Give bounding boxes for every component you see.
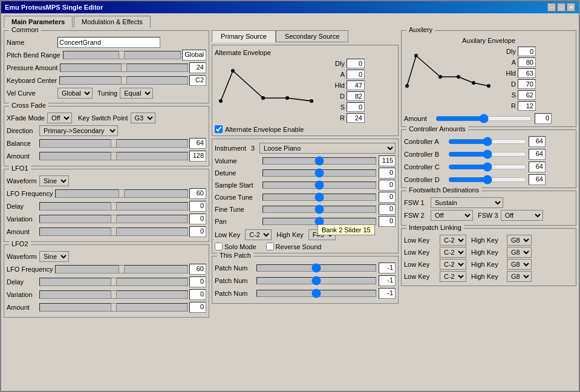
amount-slider[interactable] — [39, 152, 188, 160]
lfo2-waveform-select[interactable]: Sine — [39, 251, 69, 262]
pressure-value: 24 — [189, 62, 206, 73]
solo-mode-label: Solo Mode — [215, 243, 256, 250]
lfo1-waveform-select[interactable]: Sine — [39, 175, 69, 186]
tuning-select[interactable]: Equal — [120, 88, 153, 99]
ip-low-select-0[interactable]: C-2 — [440, 235, 466, 246]
fine-tune-slider[interactable] — [262, 206, 376, 213]
minimize-button[interactable]: ─ — [547, 3, 556, 11]
xfade-select[interactable]: Off — [47, 113, 72, 123]
name-label: Name — [7, 39, 55, 46]
cross-fade-group: Cross Fade XFade Mode Off Key Switch Poi… — [4, 106, 209, 166]
ip-low-select-3[interactable]: C-2 — [440, 271, 466, 282]
ip-high-select-0[interactable]: G8 — [507, 235, 532, 246]
sample-start-slider[interactable] — [262, 181, 376, 189]
aux-s-row: S 62 — [503, 90, 536, 100]
detune-row: Detune 0 — [215, 168, 396, 178]
instrument-label: Instrument — [215, 145, 246, 152]
aux-amount-row: Amount 0 — [404, 113, 573, 124]
tab-secondary-source[interactable]: Secondary Source — [276, 30, 349, 42]
lfo1-delay-slider-group: 0 — [39, 201, 206, 212]
envelope-svg — [215, 59, 327, 107]
ip-high-select-3[interactable]: G8 — [507, 271, 532, 282]
detune-slider[interactable] — [262, 169, 376, 177]
reverse-sound-checkbox[interactable] — [266, 243, 274, 250]
patch3-slider[interactable] — [256, 290, 376, 297]
middle-panel: Primary Source Secondary Source Alternat… — [212, 30, 399, 388]
pitch-bend-slider[interactable] — [63, 51, 181, 59]
env-dly-label: Dly — [331, 60, 345, 67]
this-patch-title: This Patch — [217, 252, 253, 259]
ctrl-b-slider[interactable] — [448, 151, 527, 158]
envelope-content: Dly 0 A 0 Hld 47 — [215, 59, 396, 123]
lfo2-delay-slider-group: 0 — [39, 276, 206, 287]
ip-high-select-2[interactable]: G8 — [507, 259, 532, 270]
balance-label: Balance — [7, 140, 37, 147]
patch1-slider[interactable] — [256, 264, 376, 272]
pitch-bend-label: Pitch Bend Range — [7, 51, 60, 59]
keyboard-slider[interactable] — [59, 76, 188, 85]
lfo2-amount-slider[interactable] — [39, 303, 188, 312]
lfo1-variation-value: 0 — [189, 214, 206, 224]
xfade-label: XFade Mode — [7, 114, 45, 122]
course-tune-slider[interactable] — [262, 194, 376, 201]
ctrl-a-value: 64 — [529, 136, 546, 147]
left-panel: Common Name Pitch Bend Range Global Pres… — [4, 30, 209, 388]
alt-env-enable-checkbox[interactable] — [215, 125, 223, 133]
interpatch-group: Interpatch Linking Low Key C-2 High Key … — [401, 228, 576, 286]
instrument-select[interactable]: Loose Piano — [259, 143, 396, 154]
ctrl-a-slider[interactable] — [448, 138, 527, 145]
close-button[interactable]: ✕ — [567, 3, 575, 11]
amount-slider-group: 128 — [39, 151, 206, 162]
tab-primary-source[interactable]: Primary Source — [212, 30, 276, 42]
ip-high-select-1[interactable]: G8 — [507, 247, 532, 258]
lfo1-freq-slider[interactable] — [55, 189, 188, 198]
lfo1-delay-slider[interactable] — [39, 202, 188, 211]
svg-point-2 — [261, 96, 265, 100]
ip-low-select-1[interactable]: C-2 — [440, 247, 466, 258]
key-switch-select[interactable]: G3 — [131, 113, 155, 123]
interpatch-title: Interpatch Linking — [406, 224, 464, 231]
volume-slider[interactable] — [262, 157, 376, 165]
lfo1-freq-row: LFO Frequency 60 — [7, 188, 206, 199]
name-input[interactable] — [57, 37, 160, 48]
ctrl-c-slider[interactable] — [448, 163, 527, 171]
pressure-slider[interactable] — [60, 64, 188, 72]
lfo1-amount-slider[interactable] — [39, 227, 188, 236]
window-title: Emu ProteusMPS Single Editor — [5, 4, 103, 11]
ctrl-c-value: 64 — [529, 162, 546, 172]
vel-curve-select[interactable]: Global — [57, 88, 93, 99]
lfo1-variation-slider[interactable] — [39, 215, 188, 223]
fsw3-select[interactable]: Off — [501, 210, 543, 221]
balance-slider[interactable] — [39, 139, 188, 148]
ctrl-d-label: Controller D — [404, 176, 446, 183]
detune-label: Detune — [215, 169, 260, 177]
patch2-slider[interactable] — [256, 277, 376, 284]
env-d-label: D — [331, 93, 345, 100]
solo-mode-checkbox[interactable] — [215, 243, 223, 250]
ctrl-d-slider[interactable] — [448, 176, 527, 183]
ctrl-b-label: Controller B — [404, 151, 446, 158]
aux-amount-slider[interactable] — [435, 115, 532, 122]
ip-low-select-2[interactable]: C-2 — [440, 259, 466, 270]
vel-curve-row: Vel Curve Global Tuning Equal — [7, 88, 206, 99]
ip-high-label-3: High Key — [471, 273, 504, 280]
volume-label: Volume — [215, 157, 260, 165]
keyboard-slider-group: C2 — [59, 75, 206, 86]
lfo2-freq-slider[interactable] — [55, 265, 188, 273]
key-switch-label: Key Switch Point — [78, 114, 128, 122]
tab-modulation-effects[interactable]: Modulation & Effects — [74, 16, 151, 28]
maximize-button[interactable]: □ — [557, 3, 565, 11]
interpatch-row-3: Low Key C-2 High Key G8 — [404, 271, 573, 282]
fsw1-select[interactable]: Sustain — [431, 197, 503, 208]
direction-select[interactable]: Primary->Secondary — [39, 125, 118, 136]
env-r-label: R — [331, 114, 345, 122]
pitch-bend-row: Pitch Bend Range Global — [7, 50, 206, 60]
lfo1-variation-label: Variation — [7, 215, 37, 223]
lfo1-delay-row: Delay 0 — [7, 201, 206, 212]
lfo2-delay-slider[interactable] — [39, 278, 188, 286]
lfo2-variation-slider[interactable] — [39, 290, 188, 299]
pressure-label: Pressure Amount — [7, 64, 57, 71]
fsw2-select[interactable]: Off — [431, 210, 473, 221]
svg-point-0 — [219, 99, 223, 103]
low-key-select[interactable]: C-2 — [245, 229, 272, 240]
